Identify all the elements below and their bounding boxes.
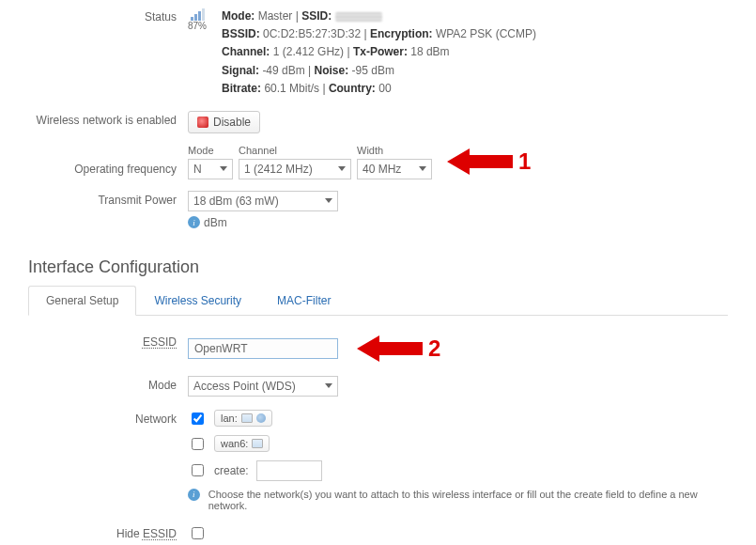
svg-marker-1 xyxy=(357,335,423,362)
network-create-checkbox[interactable] xyxy=(192,464,204,476)
status-label: Status xyxy=(28,8,188,23)
annotation-arrow-1: 1 xyxy=(447,145,531,179)
freq-width-select[interactable]: 40 MHz xyxy=(357,159,432,179)
annotation-arrow-2: 2 xyxy=(357,333,440,365)
freq-channel-label: Channel xyxy=(239,145,351,156)
info-icon: i xyxy=(188,216,200,228)
ssid-redacted xyxy=(335,12,382,22)
network-label: Network xyxy=(28,410,188,426)
svg-marker-0 xyxy=(447,148,513,175)
freq-width-label: Width xyxy=(357,145,432,156)
network-hint: Choose the network(s) you want to attach… xyxy=(208,489,728,511)
interface-icon xyxy=(241,413,253,423)
wireless-enabled-label: Wireless network is enabled xyxy=(28,111,188,127)
freq-mode-select[interactable]: N xyxy=(188,159,233,179)
network-lan-checkbox[interactable] xyxy=(192,413,204,425)
chevron-down-icon xyxy=(325,198,332,203)
essid-label: ESSID xyxy=(143,335,177,349)
network-wan6-checkbox[interactable] xyxy=(192,438,204,450)
iface-mode-select[interactable]: Access Point (WDS) xyxy=(188,376,338,397)
tab-wireless-security[interactable]: Wireless Security xyxy=(136,286,259,316)
disable-button[interactable]: Disable xyxy=(188,111,260,133)
freq-channel-select[interactable]: 1 (2412 MHz) xyxy=(239,159,351,179)
network-create-label: create: xyxy=(214,464,249,477)
chevron-down-icon xyxy=(325,383,332,388)
tab-mac-filter[interactable]: MAC-Filter xyxy=(259,286,348,316)
stop-icon xyxy=(197,117,208,128)
network-wan6-tag: wan6: xyxy=(214,435,270,452)
network-create-input[interactable] xyxy=(256,460,322,481)
hide-essid-label: Hide ESSID xyxy=(116,527,177,540)
chevron-down-icon xyxy=(220,166,227,171)
tab-general-setup[interactable]: General Setup xyxy=(28,286,136,316)
interface-config-heading: Interface Configuration xyxy=(28,257,728,277)
freq-mode-label: Mode xyxy=(188,145,233,156)
iface-mode-label: Mode xyxy=(28,376,188,392)
essid-input[interactable] xyxy=(188,338,338,359)
interface-icon xyxy=(252,439,263,448)
transmit-power-label: Transmit Power xyxy=(28,191,188,207)
status-details: Mode: Master | SSID: BSSID: 0C:D2:B5:27:… xyxy=(222,8,536,98)
interface-tabs: General Setup Wireless Security MAC-Filt… xyxy=(28,285,728,316)
chevron-down-icon xyxy=(338,166,346,171)
network-lan-tag: lan: xyxy=(214,410,272,427)
tx-hint: dBm xyxy=(204,216,227,229)
hide-essid-checkbox[interactable] xyxy=(192,527,204,539)
wifi-signal-icon: 87% xyxy=(188,8,207,31)
network-icon xyxy=(256,413,266,423)
info-icon: i xyxy=(188,489,200,501)
chevron-down-icon xyxy=(419,166,426,171)
operating-frequency-label: Operating frequency xyxy=(28,148,188,176)
transmit-power-select[interactable]: 18 dBm (63 mW) xyxy=(188,191,338,211)
